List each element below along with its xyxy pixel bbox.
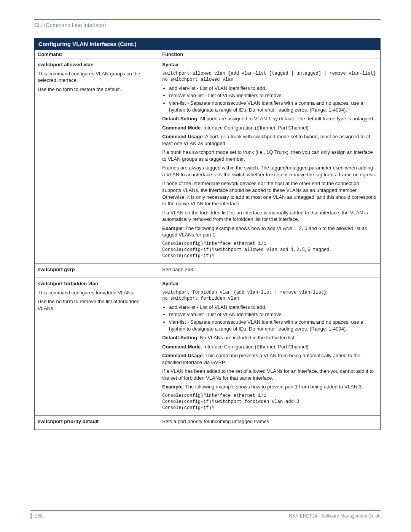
- syntax-label: Syntax: [162, 281, 178, 286]
- command-mode-label: Command Mode: [162, 125, 201, 131]
- header-rule: [34, 19, 381, 20]
- function-text: Sets a port priority for incoming untagg…: [162, 419, 269, 424]
- default-setting-text: : All ports are assigned to VLAN 1 by de…: [197, 116, 374, 121]
- column-header-command: Command: [35, 50, 159, 59]
- footer-rule: [30, 510, 381, 511]
- list-item: remove vlan-list - List of VLAN identifi…: [169, 92, 377, 99]
- command-description: This command configures forbidden VLANs.: [38, 289, 156, 296]
- syntax-bullets: add vlan-list - List of VLAN identifiers…: [162, 304, 377, 332]
- command-mode-label: Command Mode: [162, 344, 201, 350]
- page-number: 258: [30, 513, 43, 519]
- example-text: : The following example shows how to pre…: [183, 384, 363, 390]
- syntax-code: switchport allowed vlan {add vlan-list […: [162, 70, 377, 83]
- example-code: Console(config)#interface ethernet 1/1 C…: [162, 241, 377, 259]
- command-description: Use the no form to restore the default.: [38, 86, 156, 93]
- paragraph: If a VLAN on the forbidden list for an i…: [162, 209, 377, 223]
- paragraph: Frames are always tagged within the swit…: [162, 165, 377, 178]
- command-mode-text: : Interface Configuration (Ethernet, Por…: [201, 125, 308, 131]
- example-label: Example: [162, 225, 182, 231]
- function-text: See page 263.: [162, 267, 194, 272]
- syntax-bullets: add vlan-list - List of VLAN identifiers…: [162, 85, 377, 113]
- table-row: switchport allowed vlan This command con…: [35, 59, 381, 264]
- paragraph: If a trunk has switchport mode set to tr…: [162, 149, 377, 162]
- doc-title: NXA-ENET24 - Software Management Guide: [289, 513, 381, 519]
- default-setting-label: Default Setting: [162, 116, 197, 121]
- command-name: switchport priority default: [38, 418, 156, 425]
- list-item: remove vlan-list - List of VLAN identifi…: [169, 311, 377, 318]
- paragraph: If none of the intermediate network devi…: [162, 180, 377, 207]
- syntax-code: switchport forbidden vlan {add vlan-list…: [162, 289, 377, 302]
- table-title: Configuring VLAN Interfaces (Cont.): [35, 38, 381, 50]
- paragraph: If a VLAN has been added to the set of a…: [162, 368, 377, 381]
- command-mode-text: : Interface Configuration (Ethernet, Por…: [201, 344, 308, 350]
- command-usage-label: Command Usage: [162, 134, 202, 139]
- default-setting-text: : No VLANs are included in the forbidden…: [197, 335, 296, 340]
- command-name: switchport gvrp: [38, 266, 156, 273]
- command-usage-label: Command Usage: [162, 353, 202, 358]
- example-code: Console(config)#interface ethernet 1/1 C…: [162, 393, 377, 411]
- list-item: vlan-list - Separate nonconsecutive VLAN…: [169, 100, 377, 113]
- vlan-interfaces-table: Configuring VLAN Interfaces (Cont.) Comm…: [34, 38, 381, 430]
- command-name: switchport forbidden vlan: [38, 280, 156, 287]
- section-header: CLI (Command Line Interface): [34, 22, 381, 28]
- example-label: Example: [162, 384, 182, 390]
- command-name: switchport allowed vlan: [38, 61, 156, 68]
- table-row: switchport forbidden vlan This command c…: [35, 278, 381, 416]
- list-item: vlan-list - Separate nonconsecutive VLAN…: [169, 319, 377, 332]
- list-item: add vlan-list - List of VLAN identifiers…: [169, 85, 377, 92]
- command-description: This command configures VLAN groups on t…: [38, 70, 156, 84]
- table-row: switchport priority default Sets a port …: [35, 416, 381, 430]
- example-text: : The following example shows how to add…: [162, 225, 367, 238]
- default-setting-label: Default Setting: [162, 335, 197, 340]
- command-description: Use the no form to remove the list of fo…: [38, 298, 156, 312]
- list-item: add vlan-list - List of VLAN identifiers…: [169, 304, 377, 311]
- syntax-label: Syntax: [162, 62, 178, 67]
- column-header-function: Function: [159, 50, 381, 59]
- table-row: switchport gvrp See page 263.: [35, 264, 381, 278]
- page-footer: 258 NXA-ENET24 - Software Management Gui…: [30, 510, 381, 519]
